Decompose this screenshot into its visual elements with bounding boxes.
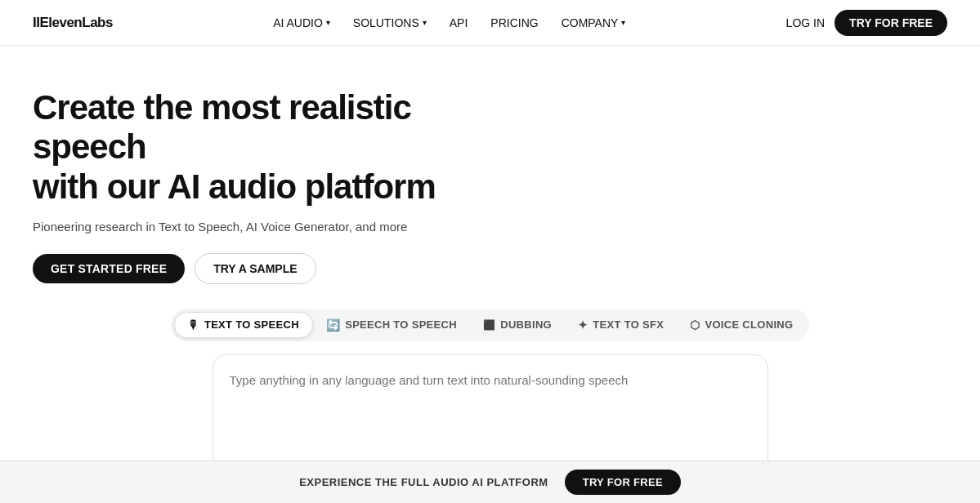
tab-speech-to-speech[interactable]: 🔄 SPEECH TO SPEECH [313,312,470,338]
tts-icon: 🎙 [188,318,199,332]
nav-ai-audio[interactable]: AI AUDIO ▾ [273,16,330,29]
nav-company[interactable]: COMPANY ▾ [562,16,626,29]
tab-dubbing[interactable]: ⬛ DUBBING [470,312,565,338]
hero-subtitle: Pioneering research in Text to Speech, A… [33,220,474,234]
vc-icon: ⬡ [690,318,700,332]
demo-tabs: 🎙 TEXT TO SPEECH 🔄 SPEECH TO SPEECH ⬛ DU… [171,309,810,341]
get-started-button[interactable]: GET STARTED FREE [33,254,185,283]
logo[interactable]: IIElevenLabs [33,15,113,31]
nav-links: AI AUDIO ▾ SOLUTIONS ▾ API PRICING COMPA… [273,16,625,29]
chevron-down-icon: ▾ [326,18,330,27]
try-sample-button[interactable]: TRY A SAMPLE [195,253,315,284]
banner-try-free-button[interactable]: TRY FOR FREE [565,470,681,495]
banner-text: EXPERIENCE THE FULL AUDIO AI PLATFORM [299,476,548,488]
tab-voice-cloning[interactable]: ⬡ VOICE CLONING [677,312,806,338]
chevron-down-icon: ▾ [621,18,625,27]
dub-icon: ⬛ [483,319,495,331]
sfx-icon: ✦ [578,318,588,332]
hero-headline: Create the most realistic speech with ou… [33,88,474,207]
hero-buttons: GET STARTED FREE TRY A SAMPLE [33,253,474,284]
try-free-nav-button[interactable]: TRY FOR FREE [835,10,947,36]
hero-section: Create the most realistic speech with ou… [0,46,507,309]
tab-text-to-speech[interactable]: 🎙 TEXT TO SPEECH [174,312,313,338]
nav-pricing[interactable]: PRICING [490,16,538,29]
bottom-banner: EXPERIENCE THE FULL AUDIO AI PLATFORM TR… [0,461,980,503]
tab-text-to-sfx[interactable]: ✦ TEXT TO SFX [565,312,677,338]
login-button[interactable]: LOG IN [786,16,825,29]
navbar: IIElevenLabs AI AUDIO ▾ SOLUTIONS ▾ API … [0,0,980,46]
sts-icon: 🔄 [326,318,340,332]
nav-solutions[interactable]: SOLUTIONS ▾ [353,16,427,29]
nav-api[interactable]: API [450,16,468,29]
nav-actions: LOG IN TRY FOR FREE [786,10,947,36]
chevron-down-icon: ▾ [423,18,427,27]
